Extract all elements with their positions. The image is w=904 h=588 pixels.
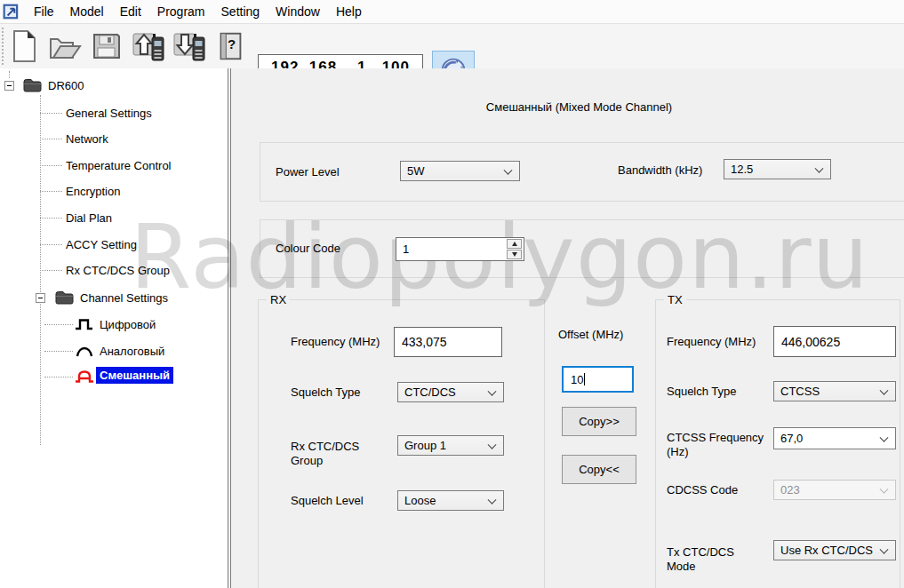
tree-connector: [40, 270, 62, 271]
menu-help[interactable]: Help: [328, 0, 370, 23]
chevron-down-icon: [880, 433, 889, 441]
chevron-down-icon: [488, 440, 497, 449]
open-file-button[interactable]: [46, 27, 84, 66]
tx-squelch-type-select[interactable]: CTCSS: [773, 381, 896, 401]
chevron-down-icon: [815, 163, 824, 172]
tree-connector: [40, 244, 62, 245]
chevron-down-icon: [880, 484, 889, 493]
chevron-down-icon: [488, 386, 497, 395]
tree-item-temperature-control[interactable]: Temperature Control: [66, 156, 172, 174]
tree-connector: [40, 191, 62, 192]
tree-connector: [9, 71, 10, 78]
tree-item-analog[interactable]: Аналоговый: [100, 342, 164, 360]
tx-ctcss-value: 67,0: [780, 432, 803, 445]
offset-input[interactable]: 10: [562, 366, 634, 393]
spin-down-button[interactable]: [507, 250, 522, 259]
toolbar: ? 192 .168 . 1 .100: [0, 24, 904, 69]
tx-squelch-type-label: Squelch Type: [667, 385, 737, 399]
colour-code-spinner[interactable]: 1: [396, 237, 524, 261]
collapse-minus-icon[interactable]: [4, 81, 14, 91]
menu-setting[interactable]: Setting: [213, 0, 268, 23]
menu-program[interactable]: Program: [149, 0, 213, 23]
chevron-down-icon: [504, 165, 513, 174]
collapse-minus-icon[interactable]: [36, 293, 45, 303]
bandwidth-select[interactable]: 12.5: [724, 159, 831, 179]
square-wave-icon: [75, 317, 94, 331]
tree-item-encryption[interactable]: Encryption: [66, 182, 120, 200]
offset-value: 10: [571, 373, 583, 386]
power-level-select[interactable]: 5W: [400, 161, 520, 181]
rx-squelch-type-select[interactable]: CTC/DCS: [397, 382, 504, 402]
tree-item-dial-plan[interactable]: Dial Plan: [66, 209, 112, 226]
rx-frequency-input[interactable]: 433,075: [394, 327, 502, 357]
rx-squelch-level-value: Loose: [404, 494, 436, 507]
selected-tree-label[interactable]: Смешанный: [96, 367, 173, 384]
open-folder-icon: [47, 28, 83, 64]
tx-cdcss-value: 023: [780, 483, 800, 497]
tree-item-dr600[interactable]: DR600: [48, 76, 84, 94]
spin-up-button[interactable]: [507, 239, 522, 249]
sidebar-tree: DR600 General Settings Network Temperatu…: [0, 68, 228, 588]
tx-mode-label: Tx CTC/DCS Mode: [667, 545, 751, 574]
tx-squelch-type-value: CTCSS: [780, 385, 820, 398]
folder-icon: [23, 78, 42, 92]
arrow-up-icon: [512, 242, 517, 246]
menu-edit[interactable]: Edit: [112, 0, 149, 23]
tree-item-general-settings[interactable]: General Settings: [66, 104, 152, 122]
write-to-radio-icon: [172, 28, 207, 64]
rx-squelch-level-label: Squelch Level: [291, 494, 364, 508]
tree-item-digital[interactable]: Цифровой: [100, 315, 156, 333]
rx-group-label: Rx CTC/DCS Group: [291, 440, 372, 468]
tree-item-rx-ctc-dcs-group[interactable]: Rx CTC/DCS Group: [66, 261, 170, 279]
rx-squelch-type-label: Squelch Type: [291, 385, 361, 400]
tx-cdcss-label: CDCSS Code: [667, 483, 738, 497]
menu-bar: File Model Edit Program Setting Window H…: [0, 0, 904, 24]
bandwidth-value: 12.5: [731, 163, 753, 176]
tx-ctcss-frequency-select[interactable]: 67,0: [773, 427, 896, 449]
tx-frequency-label: Frequency (MHz): [667, 335, 756, 349]
copy-to-tx-button[interactable]: Copy>>: [562, 407, 636, 436]
write-to-radio-button[interactable]: [171, 27, 208, 66]
save-button[interactable]: [88, 27, 125, 66]
colour-code-groupbox: [260, 219, 904, 278]
bandwidth-label: Bandwidth (kHz): [618, 163, 702, 178]
power-level-value: 5W: [407, 164, 425, 178]
rx-ctc-dcs-group-select[interactable]: Group 1: [397, 435, 504, 456]
tree-connector: [44, 324, 73, 325]
read-from-radio-button[interactable]: [130, 27, 167, 66]
read-from-radio-icon: [131, 28, 166, 64]
tree-item-mixed[interactable]: Смешанный: [96, 366, 173, 384]
folder-icon: [55, 290, 74, 305]
arrow-down-icon: [512, 252, 517, 257]
save-icon: [89, 28, 124, 64]
new-file-button[interactable]: [5, 27, 43, 66]
new-file-icon: [6, 28, 42, 64]
chevron-down-icon: [880, 385, 889, 394]
rx-frequency-label: Frequency (MHz): [291, 335, 380, 349]
page-title: Смешанный (Mixed Mode Channel): [231, 100, 904, 114]
tx-group-title: TX: [664, 293, 686, 306]
tx-ctcss-label: CTCSS Frequency (Hz): [667, 431, 764, 459]
app-icon: [3, 3, 20, 20]
copy-to-rx-button[interactable]: Copy<<: [562, 455, 636, 484]
menu-file[interactable]: File: [26, 0, 62, 23]
chevron-down-icon: [880, 544, 889, 553]
tree-item-channel-settings[interactable]: Channel Settings: [80, 289, 168, 306]
menu-model[interactable]: Model: [62, 0, 112, 23]
tree-connector: [40, 165, 62, 166]
rx-group-value: Group 1: [404, 439, 446, 452]
tree-item-network[interactable]: Network: [66, 130, 108, 147]
power-level-label: Power Level: [276, 165, 340, 179]
colour-code-value: 1: [403, 242, 409, 256]
rx-squelch-level-select[interactable]: Loose: [397, 490, 504, 511]
tx-ctc-dcs-mode-select[interactable]: Use Rx CTC/DCS: [773, 540, 896, 560]
tree-connector: [40, 113, 62, 114]
menu-window[interactable]: Window: [268, 0, 328, 23]
tree-item-accy-setting[interactable]: ACCY Setting: [66, 235, 137, 253]
chevron-down-icon: [488, 495, 497, 504]
text-caret: [584, 373, 585, 385]
help-button[interactable]: ?: [213, 27, 247, 66]
offset-label: Offset (MHz): [558, 328, 623, 342]
tree-connector: [44, 351, 73, 352]
tx-frequency-input[interactable]: 446,00625: [773, 326, 896, 357]
